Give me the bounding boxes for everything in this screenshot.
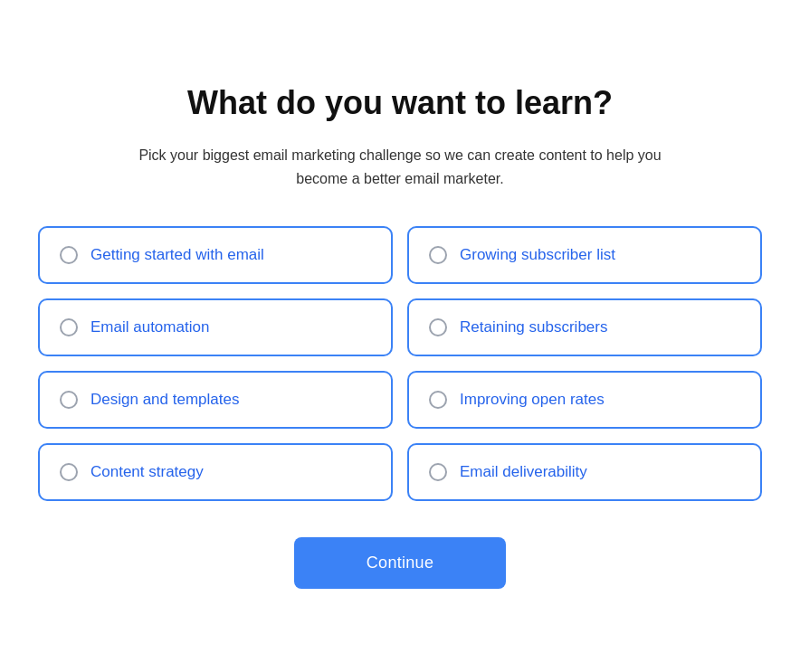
radio-circle-design-templates <box>60 391 78 409</box>
main-container: What do you want to learn? Pick your big… <box>20 47 780 625</box>
option-content-strategy[interactable]: Content strategy <box>38 443 393 501</box>
option-email-automation[interactable]: Email automation <box>38 298 393 356</box>
option-label-improving-open-rates: Improving open rates <box>460 391 605 409</box>
radio-circle-getting-started <box>60 246 78 264</box>
radio-circle-improving-open-rates <box>429 391 447 409</box>
page-subtitle: Pick your biggest email marketing challe… <box>129 144 671 190</box>
option-growing-subscriber[interactable]: Growing subscriber list <box>407 226 762 284</box>
radio-circle-growing-subscriber <box>429 246 447 264</box>
option-retaining-subscribers[interactable]: Retaining subscribers <box>407 298 762 356</box>
continue-button[interactable]: Continue <box>294 537 506 589</box>
option-label-getting-started: Getting started with email <box>90 246 264 264</box>
option-label-email-deliverability: Email deliverability <box>460 463 587 481</box>
option-label-retaining-subscribers: Retaining subscribers <box>460 318 607 336</box>
option-getting-started[interactable]: Getting started with email <box>38 226 393 284</box>
options-grid: Getting started with emailGrowing subscr… <box>38 226 762 501</box>
option-improving-open-rates[interactable]: Improving open rates <box>407 371 762 429</box>
option-label-design-templates: Design and templates <box>90 391 239 409</box>
radio-circle-email-automation <box>60 318 78 336</box>
option-label-growing-subscriber: Growing subscriber list <box>460 246 615 264</box>
radio-circle-content-strategy <box>60 463 78 481</box>
option-email-deliverability[interactable]: Email deliverability <box>407 443 762 501</box>
option-label-content-strategy: Content strategy <box>90 463 204 481</box>
radio-circle-retaining-subscribers <box>429 318 447 336</box>
page-title: What do you want to learn? <box>38 83 762 122</box>
option-label-email-automation: Email automation <box>90 318 209 336</box>
radio-circle-email-deliverability <box>429 463 447 481</box>
option-design-templates[interactable]: Design and templates <box>38 371 393 429</box>
